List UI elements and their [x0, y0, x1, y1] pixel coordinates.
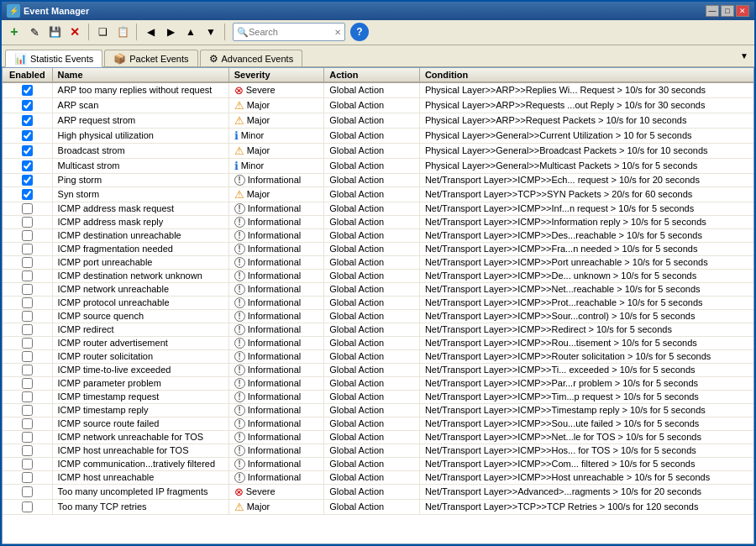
table-row[interactable]: ICMP redirect!InformationalGlobal Action… [3, 323, 753, 336]
table-row[interactable]: Too many TCP retries⚠MajorGlobal ActionN… [3, 499, 753, 514]
tab-advanced-events[interactable]: ⚙ Advanced Events [200, 50, 303, 66]
enabled-checkbox[interactable] [22, 257, 33, 268]
move-down-button[interactable]: ▼ [202, 23, 220, 41]
enabled-checkbox[interactable] [22, 311, 33, 322]
table-row[interactable]: ICMP fragmentation needed!InformationalG… [3, 242, 753, 255]
enabled-checkbox[interactable] [22, 405, 33, 416]
severity-icon: ℹ [234, 160, 239, 172]
action-cell: Global Action [324, 336, 420, 349]
table-row[interactable]: ICMP source quench!InformationalGlobal A… [3, 309, 753, 323]
enabled-checkbox[interactable] [22, 365, 33, 375]
name-cell: ICMP network unreachable [52, 282, 228, 296]
table-row[interactable]: High physical utilizationℹMinorGlobal Ac… [3, 128, 753, 143]
enabled-checkbox[interactable] [22, 391, 33, 402]
table-row[interactable]: ICMP network unreachable!InformationalGl… [3, 282, 753, 296]
minimize-button[interactable]: — [706, 5, 719, 17]
table-row[interactable]: ARP too many replies without request⊗Sev… [3, 82, 753, 98]
add-button[interactable]: + [5, 23, 24, 41]
condition-cell: Net/Transport Layer>>ICMP>>Host unreacha… [419, 470, 753, 484]
table-row[interactable]: ICMP timestamp request!InformationalGlob… [3, 390, 753, 403]
table-row[interactable]: ICMP network unreachable for TOS!Informa… [3, 430, 753, 444]
condition-cell: Net/Transport Layer>>ICMP>>Information r… [419, 215, 753, 228]
table-row[interactable]: ARP scan⚠MajorGlobal ActionPhysical Laye… [3, 97, 753, 113]
table-row[interactable]: Syn storm⚠MajorGlobal ActionNet/Transpor… [3, 186, 753, 202]
move-up-button[interactable]: ▲ [181, 23, 200, 41]
table-row[interactable]: ICMP address mask reply!InformationalGlo… [3, 215, 753, 228]
paste-button[interactable]: 📋 [113, 23, 132, 41]
enabled-checkbox[interactable] [22, 217, 33, 228]
enabled-checkbox[interactable] [22, 297, 33, 308]
table-row[interactable]: ICMP timestamp reply!InformationalGlobal… [3, 403, 753, 417]
enabled-checkbox[interactable] [22, 418, 33, 429]
enabled-checkbox[interactable] [22, 445, 33, 456]
enabled-checkbox[interactable] [22, 160, 33, 171]
enabled-checkbox[interactable] [22, 100, 33, 111]
enabled-checkbox[interactable] [22, 115, 33, 126]
table-row[interactable]: ICMP host unreachable for TOS!Informatio… [3, 444, 753, 457]
enabled-checkbox[interactable] [22, 459, 33, 470]
table-row[interactable]: ICMP destination network unknown!Informa… [3, 269, 753, 282]
enabled-cell [3, 484, 52, 499]
enabled-checkbox[interactable] [22, 145, 33, 156]
table-row[interactable]: ICMP address mask request!InformationalG… [3, 202, 753, 215]
restore-button[interactable]: □ [721, 5, 734, 17]
table-row[interactable]: Too many uncompleted IP fragments⊗Severe… [3, 484, 753, 499]
enabled-checkbox[interactable] [22, 324, 33, 335]
table-row[interactable]: ICMP host unreachable!InformationalGloba… [3, 470, 753, 484]
search-input[interactable] [249, 27, 333, 37]
name-cell: ICMP source route failed [52, 417, 228, 430]
table-row[interactable]: ARP request strom⚠MajorGlobal ActionPhys… [3, 113, 753, 128]
enabled-checkbox[interactable] [22, 338, 33, 349]
table-row[interactable]: ICMP parameter problem!InformationalGlob… [3, 376, 753, 390]
table-row[interactable]: ICMP port unreachable!InformationalGloba… [3, 255, 753, 269]
enabled-checkbox[interactable] [22, 472, 33, 483]
save-button[interactable]: 💾 [45, 23, 64, 41]
enabled-cell [3, 376, 52, 390]
enabled-checkbox[interactable] [22, 432, 33, 443]
severity-cell: !Informational [228, 215, 324, 228]
enabled-checkbox[interactable] [22, 486, 33, 497]
enabled-checkbox[interactable] [22, 130, 33, 141]
move-right-button[interactable]: ▶ [161, 23, 180, 41]
enabled-cell [3, 470, 52, 484]
table-row[interactable]: Broadcast strom⚠MajorGlobal ActionPhysic… [3, 143, 753, 158]
delete-button[interactable]: ✕ [66, 23, 84, 41]
tab-statistic-events[interactable]: 📊 Statistic Events [5, 50, 102, 67]
enabled-checkbox[interactable] [22, 230, 33, 241]
enabled-checkbox[interactable] [22, 378, 33, 389]
tab-dropdown-button[interactable]: ▼ [738, 48, 751, 65]
severity-cell: !Informational [228, 309, 324, 323]
table-row[interactable]: Ping storm!InformationalGlobal ActionNet… [3, 173, 753, 186]
enabled-checkbox[interactable] [22, 244, 33, 255]
severity-cell: !Informational [228, 269, 324, 282]
table-row[interactable]: ICMP router advertisement!InformationalG… [3, 336, 753, 349]
severity-icon: ! [234, 351, 245, 362]
close-button[interactable]: ✕ [736, 5, 749, 17]
enabled-checkbox[interactable] [22, 284, 33, 295]
enabled-checkbox[interactable] [22, 175, 33, 186]
edit-button[interactable]: ✎ [25, 23, 44, 41]
move-left-button[interactable]: ◀ [141, 23, 160, 41]
table-row[interactable]: Multicast stromℹMinorGlobal ActionPhysic… [3, 158, 753, 173]
help-button[interactable]: ? [350, 23, 369, 41]
table-row[interactable]: ICMP router solicitation!InformationalGl… [3, 349, 753, 363]
enabled-checkbox[interactable] [22, 351, 33, 362]
enabled-checkbox[interactable] [22, 85, 33, 96]
severity-cell: !Informational [228, 349, 324, 363]
enabled-checkbox[interactable] [22, 203, 33, 214]
table-row[interactable]: ICMP source route failed!InformationalGl… [3, 417, 753, 430]
copy-button[interactable]: ❑ [93, 23, 112, 41]
table-row[interactable]: ICMP protocol unreachable!InformationalG… [3, 296, 753, 309]
table-row[interactable]: ICMP communication...tratively filtered!… [3, 457, 753, 470]
name-cell: ICMP time-to-live exceeded [52, 363, 228, 376]
severity-icon: ! [234, 472, 245, 483]
table-row[interactable]: ICMP time-to-live exceeded!Informational… [3, 363, 753, 376]
enabled-checkbox[interactable] [22, 189, 33, 200]
enabled-cell [3, 143, 52, 158]
search-clear-button[interactable]: ✕ [334, 28, 341, 37]
tab-packet-events[interactable]: 📦 Packet Events [104, 50, 197, 66]
enabled-checkbox[interactable] [22, 501, 33, 512]
enabled-checkbox[interactable] [22, 270, 33, 281]
table-container[interactable]: Enabled Name Severity Action Condition A… [3, 68, 753, 543]
table-row[interactable]: ICMP destination unreachable!Information… [3, 228, 753, 242]
